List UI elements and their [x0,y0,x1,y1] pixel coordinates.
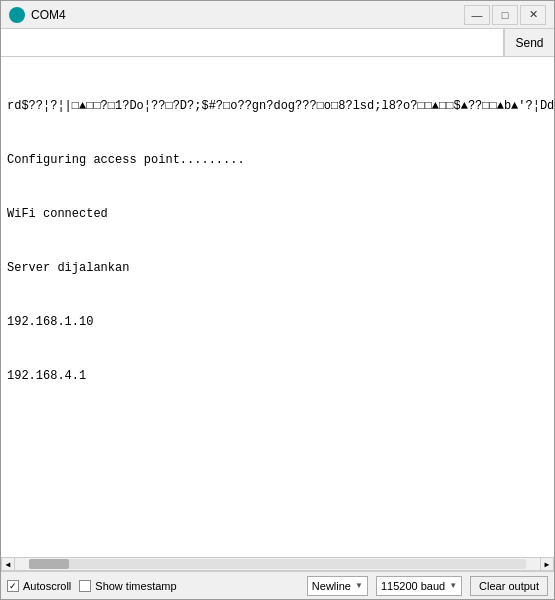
send-button[interactable]: Send [504,29,554,56]
main-window: COM4 — □ ✕ Send rd$??¦?¦|□▲□□?□1?Do¦??□?… [0,0,555,600]
close-button[interactable]: ✕ [520,5,546,25]
baud-dropdown[interactable]: 115200 baud ▼ [376,576,462,596]
app-icon [9,7,25,23]
newline-dropdown[interactable]: Newline ▼ [307,576,368,596]
baud-dropdown-arrow: ▼ [449,581,457,590]
input-bar: Send [1,29,554,57]
title-bar: COM4 — □ ✕ [1,1,554,29]
autoscroll-item[interactable]: Autoscroll [7,580,71,592]
newline-dropdown-arrow: ▼ [355,581,363,590]
baud-label: 115200 baud [381,580,445,592]
minimize-button[interactable]: — [464,5,490,25]
serial-input[interactable] [1,29,504,56]
clear-output-button[interactable]: Clear output [470,576,548,596]
horizontal-scrollbar[interactable]: ◀ ▶ [1,557,554,571]
maximize-button[interactable]: □ [492,5,518,25]
scroll-thumb[interactable] [29,559,69,569]
timestamp-checkbox[interactable] [79,580,91,592]
scroll-left-arrow[interactable]: ◀ [1,557,15,571]
window-title: COM4 [31,8,464,22]
timestamp-label: Show timestamp [95,580,176,592]
autoscroll-label: Autoscroll [23,580,71,592]
console-line-0: rd$??¦?¦|□▲□□?□1?Do¦??□?D?;$#?□o??gn?dog… [7,97,548,115]
console-line-5: 192.168.4.1 [7,367,548,385]
console-output: rd$??¦?¦|□▲□□?□1?Do¦??□?D?;$#?□o??gn?dog… [1,57,554,557]
scroll-track [29,559,526,569]
timestamp-item[interactable]: Show timestamp [79,580,176,592]
console-line-2: WiFi connected [7,205,548,223]
scroll-right-arrow[interactable]: ▶ [540,557,554,571]
console-line-4: 192.168.1.10 [7,313,548,331]
console-line-3: Server dijalankan [7,259,548,277]
console-line-1: Configuring access point......... [7,151,548,169]
autoscroll-checkbox[interactable] [7,580,19,592]
window-controls: — □ ✕ [464,5,546,25]
newline-label: Newline [312,580,351,592]
status-bar: Autoscroll Show timestamp Newline ▼ 1152… [1,571,554,599]
